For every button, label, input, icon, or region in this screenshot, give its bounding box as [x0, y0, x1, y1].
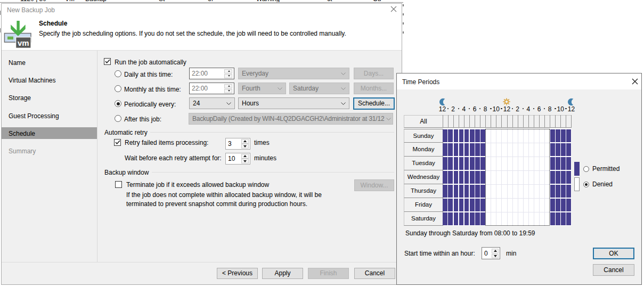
svg-text:vm: vm	[18, 38, 29, 47]
